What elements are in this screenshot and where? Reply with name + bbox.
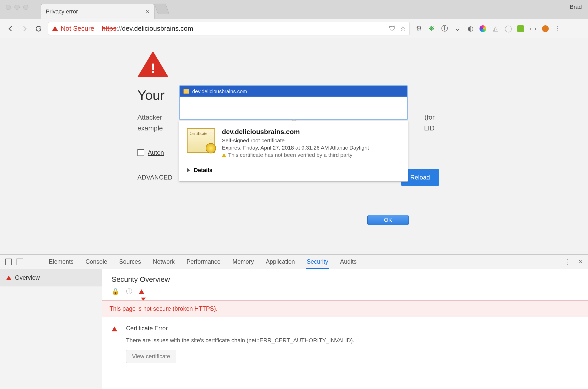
- tab-performance[interactable]: Performance: [185, 255, 222, 268]
- tab-application[interactable]: Application: [265, 255, 296, 268]
- evernote-icon[interactable]: ❋: [428, 25, 436, 33]
- ok-button[interactable]: OK: [367, 215, 409, 225]
- separator: [98, 24, 98, 33]
- devtools-main: Security Overview 🔒 ⓘ This page is not s…: [102, 269, 588, 389]
- tab-title: Privacy error: [46, 8, 142, 15]
- warning-small-triangle-icon: [222, 153, 226, 157]
- warning-triangle-icon: [139, 289, 144, 294]
- cert-details-toggle[interactable]: Details: [179, 167, 408, 181]
- tab-elements[interactable]: Elements: [48, 255, 75, 268]
- tab-security[interactable]: Security: [306, 255, 329, 269]
- tab-console[interactable]: Console: [84, 255, 108, 268]
- lock-icon: 🔒: [112, 288, 119, 295]
- security-chip[interactable]: Not Secure: [52, 25, 94, 33]
- lightbulb-icon[interactable]: ◐: [467, 25, 474, 33]
- info-icon: ⓘ: [126, 287, 132, 295]
- security-chip-label: Not Secure: [61, 25, 94, 33]
- devtools-menu-icon[interactable]: ⋮: [564, 258, 571, 266]
- sidebar-item-overview[interactable]: Overview: [0, 269, 102, 286]
- new-tab-button[interactable]: [154, 4, 169, 14]
- reload-button[interactable]: [34, 24, 43, 33]
- circle-extension-icon[interactable]: ◯: [504, 25, 512, 33]
- cast-icon[interactable]: ▭: [529, 25, 537, 33]
- cert-bar-domain: dev.deliciousbrains.com: [192, 89, 247, 95]
- tab-network[interactable]: Network: [152, 255, 176, 268]
- tab-audits[interactable]: Audits: [339, 255, 358, 268]
- profile-name[interactable]: Brad: [570, 4, 582, 10]
- window-traffic-lights[interactable]: [6, 5, 28, 10]
- warning-triangle-icon: [52, 26, 58, 31]
- back-button[interactable]: [6, 24, 15, 33]
- rainbow-extension-icon[interactable]: [479, 25, 486, 32]
- forward-button[interactable]: [20, 24, 29, 33]
- warning-triangle-icon: [112, 326, 117, 331]
- cert-error-title: Certificate Error: [126, 325, 354, 332]
- insecure-banner: This page is not secure (broken HTTPS).: [102, 300, 588, 317]
- devtools-close-icon[interactable]: ×: [579, 258, 583, 266]
- inspect-element-icon[interactable]: [5, 259, 12, 265]
- certificate-error-section: Certificate Error There are issues with …: [112, 325, 579, 363]
- extension-icons: ⚙ ❋ ⓘ ⌄ ◐ ◭ ◯ ▭ ⋮: [415, 24, 562, 33]
- sidebar-item-label: Overview: [15, 274, 40, 281]
- advanced-link[interactable]: ADVANCED: [137, 174, 173, 181]
- duckduckgo-icon[interactable]: [542, 25, 549, 32]
- checkbox[interactable]: [137, 149, 144, 156]
- security-status-icons: 🔒 ⓘ: [112, 287, 579, 295]
- window-titlebar: Privacy error × Brad: [0, 0, 588, 19]
- browser-toolbar: Not Secure https://dev.deliciousbrains.c…: [0, 19, 588, 38]
- cert-details-label: Details: [194, 167, 212, 174]
- devtools-panel: Elements Console Sources Network Perform…: [0, 254, 588, 389]
- certificate-icon: [187, 128, 215, 153]
- error-triangle-icon: [137, 51, 168, 77]
- device-toolbar-icon[interactable]: [17, 259, 23, 265]
- chrome-menu-icon[interactable]: ⋮: [554, 25, 562, 33]
- cert-warning-row: This certificate has not been verified b…: [222, 152, 369, 158]
- cert-expires: Expires: Friday, April 27, 2018 at 9:31:…: [222, 145, 369, 151]
- security-overview-heading: Security Overview: [112, 275, 579, 284]
- warning-triangle-icon: [6, 276, 11, 280]
- info-icon[interactable]: ⓘ: [441, 24, 448, 33]
- settings-gear-icon[interactable]: ⚙: [415, 25, 423, 33]
- separator: [38, 258, 38, 266]
- cert-warning-text: This certificate has not been verified b…: [228, 152, 352, 158]
- browser-tab[interactable]: Privacy error ×: [41, 4, 154, 19]
- folder-icon: [183, 89, 189, 94]
- devtools-tabbar: Elements Console Sources Network Perform…: [0, 255, 588, 269]
- certificate-popup: dev.deliciousbrains.com Self-signed root…: [179, 121, 408, 182]
- site-info-icon[interactable]: 🛡: [389, 25, 396, 33]
- devtools-sidebar: Overview: [0, 269, 102, 389]
- tab-sources[interactable]: Sources: [118, 255, 142, 268]
- address-bar[interactable]: Not Secure https://dev.deliciousbrains.c…: [48, 22, 410, 35]
- tab-memory[interactable]: Memory: [231, 255, 255, 268]
- close-tab-icon[interactable]: ×: [146, 8, 150, 15]
- view-certificate-button[interactable]: View certificate: [126, 350, 176, 363]
- keychain-cert-selector[interactable]: dev.deliciousbrains.com: [179, 85, 408, 120]
- cert-type: Self-signed root certificate: [222, 137, 369, 144]
- url-text: https://dev.deliciousbrains.com: [102, 25, 193, 33]
- auto-report-label: Auton: [148, 149, 164, 156]
- green-extension-icon[interactable]: [517, 25, 524, 32]
- disclosure-triangle-icon: [187, 168, 190, 173]
- cert-error-body: There are issues with the site's certifi…: [126, 337, 354, 345]
- pocket-icon[interactable]: ⌄: [454, 25, 461, 33]
- bookmark-star-icon[interactable]: ☆: [400, 25, 406, 33]
- page-content: Your Attacker (for example LID Auton ADV…: [0, 38, 588, 254]
- cert-domain: dev.deliciousbrains.com: [222, 128, 369, 136]
- drive-icon[interactable]: ◭: [491, 25, 499, 33]
